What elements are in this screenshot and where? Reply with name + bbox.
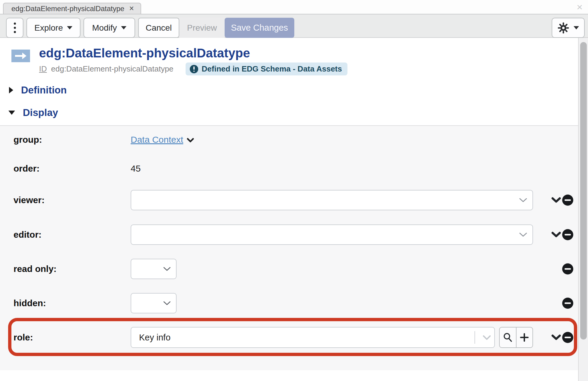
order-value: 45 — [131, 163, 141, 174]
field-row-read-only: read only: — [0, 259, 578, 279]
defined-in-badge: Defined in EDG Schema - Data Assets — [186, 62, 347, 75]
gear-icon — [557, 22, 569, 34]
preview-label: Preview — [187, 23, 217, 33]
field-row-role: role: — [0, 327, 578, 348]
editor-remove-icon[interactable] — [562, 229, 573, 240]
read-only-remove-icon[interactable] — [562, 264, 573, 275]
role-label: role: — [14, 332, 33, 343]
group-label: group: — [14, 135, 42, 145]
role-search-button[interactable] — [500, 328, 516, 347]
section-display-label: Display — [23, 107, 58, 118]
explore-button[interactable]: Explore — [26, 18, 80, 38]
cancel-button[interactable]: Cancel — [138, 18, 179, 38]
defined-in-badge-label: Defined in EDG Schema - Data Assets — [202, 64, 342, 74]
hidden-select[interactable] — [131, 293, 177, 313]
role-tools-group — [499, 327, 533, 348]
tab-title: edg:DataElement-physicalDatatype — [11, 5, 124, 13]
triangle-down-icon — [8, 111, 15, 115]
role-options-chevron-icon[interactable] — [551, 334, 561, 340]
chevron-down-icon — [163, 301, 171, 306]
group-value-link[interactable]: Data Context — [131, 135, 183, 145]
triangle-right-icon — [9, 87, 13, 93]
viewer-label: viewer: — [14, 195, 44, 205]
explore-label: Explore — [35, 23, 63, 33]
section-display-toggle[interactable]: Display — [8, 107, 58, 118]
field-row-order: order: 45 — [0, 162, 578, 175]
section-definition-toggle[interactable]: Definition — [9, 84, 67, 96]
tab-close-icon[interactable]: × — [129, 5, 134, 13]
save-changes-label: Save Changes — [231, 23, 288, 33]
scrollbar-thumb[interactable] — [580, 42, 587, 340]
resource-id-row: ID edg:DataElement-physicalDatatype Defi… — [39, 62, 347, 75]
page-title: edg:DataElement-physicalDatatype — [39, 46, 250, 60]
toolbar: Explore Modify Cancel Preview Save Chang… — [0, 14, 588, 38]
editor-options-chevron-icon[interactable] — [551, 232, 561, 238]
more-actions-button[interactable] — [6, 18, 23, 38]
preview-button[interactable]: Preview — [179, 18, 225, 38]
role-remove-icon[interactable] — [562, 332, 573, 343]
chevron-down-icon — [519, 197, 528, 203]
order-label: order: — [14, 163, 40, 174]
chevron-down-icon — [163, 267, 171, 272]
role-combo-toggle[interactable] — [480, 327, 494, 348]
read-only-select[interactable] — [131, 259, 177, 279]
viewer-options-chevron-icon[interactable] — [551, 197, 561, 203]
modify-button[interactable]: Modify — [83, 18, 135, 38]
read-only-label: read only: — [14, 264, 56, 274]
field-row-editor: editor: — [0, 224, 578, 245]
id-label: ID — [39, 64, 47, 74]
editor-label: editor: — [14, 230, 41, 240]
info-icon — [190, 65, 198, 73]
resource-arrow-right-icon — [11, 50, 30, 62]
search-icon — [503, 332, 513, 343]
role-add-button[interactable] — [516, 328, 533, 347]
save-changes-button[interactable]: Save Changes — [225, 18, 294, 38]
id-value: edg:DataElement-physicalDatatype — [51, 64, 174, 74]
section-definition-label: Definition — [21, 84, 67, 96]
field-row-hidden: hidden: — [0, 293, 578, 313]
combo-divider — [474, 331, 475, 344]
vertical-scrollbar[interactable] — [578, 38, 588, 381]
field-row-group: group: Data Context — [0, 133, 578, 146]
viewer-select[interactable] — [131, 190, 533, 210]
cancel-label: Cancel — [146, 23, 172, 33]
resource-tab[interactable]: edg:DataElement-physicalDatatype × — [3, 3, 141, 14]
app-window: edg:DataElement-physicalDatatype × × Exp… — [0, 0, 588, 381]
hidden-remove-icon[interactable] — [562, 298, 573, 309]
editor-select[interactable] — [131, 224, 533, 245]
settings-button[interactable] — [552, 18, 585, 38]
chevron-down-icon — [519, 232, 528, 237]
caret-down-icon — [67, 26, 72, 29]
chevron-down-icon[interactable] — [187, 138, 194, 143]
role-input[interactable] — [131, 327, 495, 348]
plus-icon — [520, 333, 529, 342]
field-row-viewer: viewer: — [0, 190, 578, 210]
viewer-remove-icon[interactable] — [562, 195, 573, 206]
tab-bar: edg:DataElement-physicalDatatype × × — [0, 0, 588, 14]
kebab-icon — [14, 23, 16, 33]
modify-label: Modify — [92, 23, 117, 33]
window-close-icon[interactable]: × — [577, 2, 583, 12]
hidden-label: hidden: — [14, 298, 46, 308]
caret-down-icon — [574, 26, 579, 29]
caret-down-icon — [121, 26, 126, 29]
